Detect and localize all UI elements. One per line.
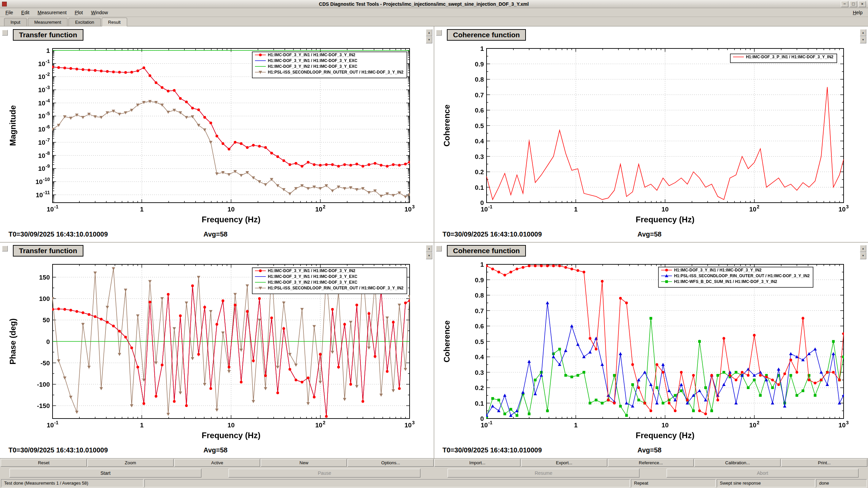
status-state: done <box>816 479 867 487</box>
abort-button[interactable]: Abort <box>667 469 859 477</box>
tab-measurement[interactable]: Measurement <box>28 18 67 26</box>
scroll-down-icon[interactable]: ▼ <box>426 252 432 259</box>
scroll-up-icon[interactable]: ▲ <box>860 29 866 36</box>
reset-button[interactable]: Reset <box>1 459 87 467</box>
average-count: Avg=58 <box>637 446 662 454</box>
minimize-button[interactable]: − <box>841 1 848 7</box>
menu-bar: File Edit Measurement Plot Window Help <box>0 8 868 17</box>
status-repeat: Repeat <box>631 479 716 487</box>
menu-help[interactable]: Help <box>849 9 867 16</box>
print-button[interactable]: Print... <box>781 459 867 467</box>
active-button[interactable]: Active <box>174 459 260 467</box>
average-count: Avg=58 <box>203 446 228 454</box>
title-bar[interactable]: CDS Diagnostic Test Tools - Projects/imc… <box>0 0 868 8</box>
reference-button[interactable]: Reference... <box>608 459 694 467</box>
options-button[interactable]: Options... <box>348 459 434 467</box>
magnitude-plot-canvas[interactable] <box>0 26 434 228</box>
resume-button[interactable]: Resume <box>448 469 639 477</box>
close-button[interactable]: × <box>859 1 866 7</box>
status-measurement-type: Swept sine response <box>717 479 815 487</box>
status-bar: Test done (Measurements 1 / Averages 58)… <box>0 479 868 488</box>
pane-title: Coherence function <box>447 245 526 257</box>
tab-input[interactable]: Input <box>4 18 27 26</box>
pane-transfer-function-magnitude: Transfer function ▲ ▼ T0=30/09/2025 16:4… <box>0 26 434 242</box>
coherence-plot-canvas-top[interactable] <box>434 26 868 228</box>
scroll-up-icon[interactable]: ▲ <box>426 29 432 36</box>
pane-handle[interactable] <box>2 30 8 36</box>
average-count: Avg=58 <box>203 230 228 238</box>
plot-footer: T0=30/09/2025 16:43:10.010009 Avg=58 <box>434 446 868 456</box>
plot-toolbar: Reset Zoom Active New Options... Import.… <box>0 458 868 467</box>
pane-divider-horizontal <box>0 242 868 243</box>
calibration-button[interactable]: Calibration... <box>694 459 781 467</box>
t0-timestamp: T0=30/09/2025 16:43:10.010009 <box>442 446 542 454</box>
export-button[interactable]: Export... <box>521 459 607 467</box>
pane-scrollbar[interactable]: ▲ ▼ <box>860 245 866 259</box>
menu-measurement[interactable]: Measurement <box>34 9 71 16</box>
app-icon <box>2 2 7 6</box>
status-message: Test done (Measurements 1 / Averages 58) <box>1 479 143 487</box>
zoom-button[interactable]: Zoom <box>87 459 174 467</box>
pane-title: Transfer function <box>13 245 83 257</box>
t0-timestamp: T0=30/09/2025 16:43:10.010009 <box>8 230 108 238</box>
tab-result[interactable]: Result <box>102 18 127 26</box>
phase-plot-canvas[interactable] <box>0 242 434 444</box>
menu-file[interactable]: File <box>1 9 17 16</box>
pane-coherence-function-top: Coherence function ▲ ▼ T0=30/09/2025 16:… <box>434 26 868 242</box>
menu-plot[interactable]: Plot <box>71 9 87 16</box>
import-button[interactable]: Import... <box>434 459 520 467</box>
pane-title: Coherence function <box>447 29 526 41</box>
pane-transfer-function-phase: Transfer function ▲ ▼ T0=30/09/2025 16:4… <box>0 242 434 458</box>
tab-bar: Input Measurement Excitation Result <box>0 17 868 26</box>
menu-edit[interactable]: Edit <box>17 9 34 16</box>
pane-coherence-function-bottom: Coherence function ▲ ▼ T0=30/09/2025 16:… <box>434 242 868 458</box>
t0-timestamp: T0=30/09/2025 16:43:10.010009 <box>8 446 108 454</box>
window-controls: − □ × <box>841 1 866 7</box>
pane-title: Transfer function <box>13 29 83 41</box>
scroll-down-icon[interactable]: ▼ <box>860 36 866 43</box>
pane-handle[interactable] <box>436 246 442 251</box>
plot-footer: T0=30/09/2025 16:43:10.010009 Avg=58 <box>0 230 434 241</box>
maximize-button[interactable]: □ <box>850 1 857 7</box>
pane-scrollbar[interactable]: ▲ ▼ <box>426 245 432 259</box>
pane-handle[interactable] <box>436 30 442 36</box>
t0-timestamp: T0=30/09/2025 16:43:10.010009 <box>442 230 542 238</box>
coherence-plot-canvas-bottom[interactable] <box>434 242 868 444</box>
start-button[interactable]: Start <box>9 469 201 477</box>
pane-scrollbar[interactable]: ▲ ▼ <box>860 29 866 43</box>
new-button[interactable]: New <box>261 459 347 467</box>
pause-button[interactable]: Pause <box>229 469 420 477</box>
plot-footer: T0=30/09/2025 16:43:10.010009 Avg=58 <box>0 446 434 456</box>
scroll-down-icon[interactable]: ▼ <box>860 252 866 259</box>
scroll-up-icon[interactable]: ▲ <box>426 245 432 252</box>
pane-scrollbar[interactable]: ▲ ▼ <box>426 29 432 43</box>
average-count: Avg=58 <box>637 230 662 238</box>
plots-area: Transfer function ▲ ▼ T0=30/09/2025 16:4… <box>0 26 868 458</box>
scroll-up-icon[interactable]: ▲ <box>860 245 866 252</box>
run-control-bar: Start Pause Resume Abort <box>0 468 868 478</box>
tab-excitation[interactable]: Excitation <box>68 18 100 26</box>
scroll-down-icon[interactable]: ▼ <box>426 36 432 43</box>
plot-footer: T0=30/09/2025 16:43:10.010009 Avg=58 <box>434 230 868 241</box>
menu-window[interactable]: Window <box>87 9 112 16</box>
status-filler <box>144 479 630 487</box>
window-title: CDS Diagnostic Test Tools - Projects/imc… <box>7 1 841 7</box>
pane-handle[interactable] <box>2 246 8 251</box>
